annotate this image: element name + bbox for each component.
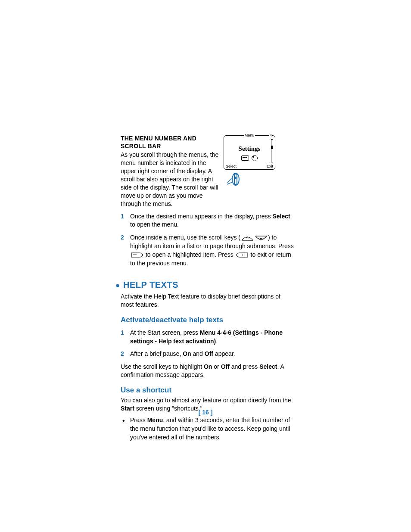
softkey-right: Exit xyxy=(267,164,273,168)
step-number: 2 xyxy=(121,350,124,358)
card-icon xyxy=(241,156,249,161)
page: Menu 4 Settings Select Exit THE MENU N xyxy=(0,0,411,532)
phone-scrollbar-thumb xyxy=(271,146,273,149)
section-title-help-texts: HELP TEXTS xyxy=(115,280,295,290)
step-number: 1 xyxy=(121,329,124,337)
globe-icon xyxy=(252,155,258,161)
list-item: 2 After a brief pause, On and Off appear… xyxy=(121,350,295,358)
list-item: Press Menu, and within 3 seconds, enter … xyxy=(121,416,295,442)
bold-off: Off xyxy=(221,363,230,370)
phone-scrollbar xyxy=(271,139,273,162)
list-item: 1 At the Start screen, press Menu 4-4-6 … xyxy=(121,329,295,346)
shortcut-bullet-list: Press Menu, and within 3 seconds, enter … xyxy=(121,416,295,442)
page-number: [ 16 ] xyxy=(0,409,411,416)
bold-on: On xyxy=(183,350,191,357)
bullet-dot-icon xyxy=(115,283,120,288)
step-number: 2 xyxy=(121,233,124,242)
list-item: 2 Once inside a menu, use the scroll key… xyxy=(121,233,295,268)
phone-menu-number: 4 xyxy=(269,133,272,137)
paragraph-confirm: Use the scroll keys to highlight On or O… xyxy=(121,363,295,379)
bullet-text: Press xyxy=(130,417,147,423)
step-number: 1 xyxy=(121,212,124,221)
svg-point-6 xyxy=(116,284,119,287)
bold-menu: Menu xyxy=(147,417,163,423)
step-text: appear. xyxy=(213,350,235,357)
step-text: to open a highlighted item. Press xyxy=(144,251,235,258)
exit-key-icon xyxy=(236,252,249,258)
bold-select: Select xyxy=(272,213,290,220)
step-text: and xyxy=(191,350,205,357)
step-text: Once inside a menu, use the scroll keys … xyxy=(130,234,240,241)
paragraph-help-intro: Activate the Help Text feature to displa… xyxy=(121,292,295,309)
phone-figure: Menu 4 Settings Select Exit xyxy=(224,135,295,190)
list-item: 1 Once the desired menu appears in the d… xyxy=(121,212,295,230)
phone-screen: Menu 4 Settings Select Exit xyxy=(224,135,275,170)
phone-center-icons xyxy=(224,154,275,162)
step-text: to open the menu. xyxy=(130,221,179,228)
phone-menu-label: Menu xyxy=(224,133,275,137)
step-text: After a brief pause, xyxy=(130,350,183,357)
magnifier-callout-icon xyxy=(226,170,242,190)
svg-rect-4 xyxy=(235,177,237,179)
activate-steps-list: 1 At the Start screen, press Menu 4-4-6 … xyxy=(121,329,295,359)
step-text: . xyxy=(216,338,218,345)
step-text: Once the desired menu appears in the dis… xyxy=(130,213,272,220)
softkey-left: Select xyxy=(226,164,237,168)
bold-off: Off xyxy=(205,350,213,357)
steps-list: 1 Once the desired menu appears in the d… xyxy=(121,212,295,268)
sub-title-shortcut: Use a shortcut xyxy=(121,386,295,395)
scroll-up-key-icon xyxy=(241,235,254,241)
phone-center-text: Settings xyxy=(224,145,275,152)
bold-select: Select xyxy=(259,363,277,370)
select-key-icon xyxy=(131,252,143,258)
sub-title-activate: Activate/deactivate help texts xyxy=(121,316,295,324)
bold-on: On xyxy=(204,363,212,370)
step-text: At the Start screen, press xyxy=(130,329,200,336)
scroll-down-key-icon xyxy=(255,235,268,241)
